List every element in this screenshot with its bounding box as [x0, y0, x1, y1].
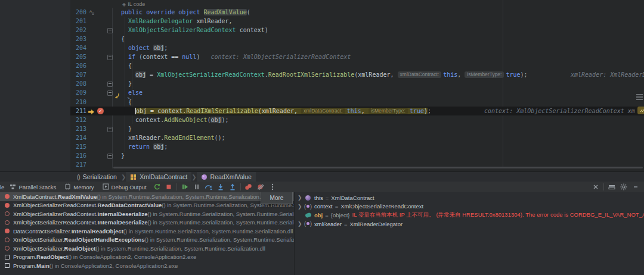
stack-frame[interactable]: XmlDataContract.ReadXmlValue() in System… [0, 192, 294, 201]
tab-memory[interactable]: Memory [60, 182, 98, 192]
il-code-lens[interactable]: ◈IL code [122, 0, 145, 8]
stack-frame[interactable]: XmlObjectSerializer.ReadObject() in Syst… [0, 244, 294, 253]
variable-row[interactable]: obj={object}IL 变量在当前本机 IP 上不可用。 (异常来自 HR… [295, 211, 644, 220]
line-number[interactable]: 206 [70, 61, 86, 70]
frame-text: XmlObjectSerializerReadContext.InternalD… [13, 211, 294, 217]
step-out-button[interactable] [227, 182, 239, 192]
hide-button[interactable] [630, 182, 642, 192]
code-line[interactable]: 200^ₒpublic override object ReadXmlValue… [70, 8, 644, 17]
code-line[interactable]: 211✓obj = context.ReadIXmlSerializable(x… [70, 107, 644, 115]
expand-chevron-icon[interactable]: ❯ [298, 204, 304, 210]
pause-button[interactable] [191, 182, 203, 192]
override-icon[interactable]: ^ₒ [89, 8, 94, 17]
layout-button[interactable] [606, 182, 618, 192]
code-line[interactable]: 203{ [70, 35, 644, 43]
line-number[interactable]: 204 [70, 43, 86, 52]
line-number[interactable]: 205 [70, 52, 86, 61]
fold-icon[interactable] [107, 82, 113, 87]
fold-icon[interactable] [107, 90, 113, 96]
line-number[interactable]: 208 [70, 79, 86, 88]
mute-breakpoints-button[interactable] [243, 182, 255, 192]
line-number[interactable]: 207 [70, 70, 86, 79]
line-number[interactable]: 200 [70, 8, 86, 17]
breadcrumb-label: ReadXmlValue [210, 173, 252, 180]
breadcrumb-item-readxmlvalue[interactable]: ReadXmlValue [197, 172, 256, 182]
frame-method: ReadObjectHandleExceptions [64, 236, 145, 243]
close-button[interactable] [590, 182, 602, 192]
line-number[interactable]: 213 [70, 124, 86, 133]
muted-breakpoint-button[interactable] [255, 182, 267, 192]
line-number[interactable]: 215 [70, 142, 86, 151]
line-number[interactable]: 216 [70, 151, 86, 160]
stack-frame[interactable]: XmlObjectSerializer.ReadObjectHandleExce… [0, 236, 294, 245]
rerun-button[interactable] [151, 182, 163, 192]
code-line[interactable]: 213} [70, 124, 644, 133]
code-line[interactable]: 205if (context == null)context: XmlObjec… [70, 52, 644, 61]
code-line[interactable]: 215return obj; [70, 142, 644, 151]
namespace-icon: () [77, 174, 80, 180]
line-number[interactable]: 203 [70, 35, 86, 43]
code-line[interactable]: 208} [70, 79, 644, 88]
breadcrumb-item-serialization[interactable]: ()Serialization [73, 172, 121, 182]
variable-row[interactable]: ❯this=XmlDataContract [295, 193, 644, 202]
fold-icon[interactable] [107, 55, 113, 60]
code-line[interactable]: 207obj = XmlObjectSerializerReadContext.… [70, 70, 644, 79]
code-line[interactable]: 201XmlReaderDelegator xmlReader, [70, 17, 644, 26]
code-text: XmlObjectSerializerReadContext context) [128, 26, 268, 35]
code-line[interactable]: 209↘else [70, 88, 644, 97]
variable-row[interactable]: ❯()context=XmlObjectSerializerReadContex… [295, 202, 644, 211]
tab-parallel-stacks[interactable]: Parallel Stacks [5, 182, 60, 192]
code-line[interactable]: 214xmlReader.ReadEndElement(); [70, 133, 644, 142]
code-editor[interactable]: ◈IL code 200^ₒpublic override object Rea… [70, 0, 644, 171]
memory-icon [64, 183, 71, 191]
fold-icon[interactable] [107, 154, 113, 159]
frame-location: () in System.Runtime.Serialization, Syst… [147, 211, 294, 217]
resume-button[interactable] [179, 182, 191, 192]
line-number[interactable]: 212 [70, 115, 86, 124]
line-number[interactable]: 202 [70, 26, 86, 35]
line-number[interactable]: 214 [70, 133, 86, 142]
code-token: , [229, 18, 233, 24]
line-number[interactable]: 201 [70, 17, 86, 26]
code-line[interactable]: 202XmlObjectSerializerReadContext contex… [70, 26, 644, 35]
expand-chevron-icon[interactable]: ❯ [298, 195, 304, 201]
line-number[interactable]: 209 [70, 88, 86, 97]
stack-frame[interactable]: XmlObjectSerializerReadContext.InternalD… [0, 210, 294, 218]
more-button[interactable]: More [261, 192, 293, 204]
stack-frame[interactable]: XmlObjectSerializerReadContext.ReadDataC… [0, 201, 294, 210]
breadcrumb-item-xmldatacontract[interactable]: XmlDataContract [126, 172, 191, 182]
code-token: obj [210, 117, 221, 123]
code-line[interactable]: 212context.AddNewObject(obj); [70, 115, 644, 124]
fold-icon[interactable] [107, 127, 113, 132]
variable-row[interactable]: ❯()xmlReader=XmlReaderDelegator [295, 220, 644, 229]
stack-frame[interactable]: XmlObjectSerializerReadContext.InternalD… [0, 218, 294, 227]
more-options-button[interactable] [267, 182, 278, 192]
namespace-icon: () [77, 174, 80, 180]
code-token: if [128, 54, 139, 60]
tab-console-clipped[interactable]: le [0, 182, 5, 192]
code-line[interactable]: 210{ [70, 98, 644, 107]
line-number[interactable]: 217 [70, 160, 86, 169]
equals-sign: = [344, 221, 348, 227]
line-number[interactable]: 210 [70, 98, 86, 107]
stack-frame[interactable]: Program.Main() in ConsoleApplication2, C… [0, 261, 294, 270]
line-number[interactable]: 211 [70, 107, 86, 115]
code-line[interactable]: 206{ [70, 61, 644, 70]
code-token: obj [153, 143, 164, 150]
stop-button[interactable] [163, 182, 175, 192]
code-line[interactable]: 216} [70, 151, 644, 160]
settings-button[interactable] [618, 182, 630, 192]
code-token: context [157, 108, 182, 114]
code-line[interactable]: 204object obj; [70, 43, 644, 52]
step-over-button[interactable] [203, 182, 215, 192]
breakpoint-icon[interactable]: ✓ [97, 108, 104, 114]
tab-debug-output[interactable]: Debug Output [98, 182, 151, 192]
fold-icon[interactable] [107, 28, 113, 33]
stack-frame[interactable]: DataContractSerializer.InternalReadObjec… [0, 227, 294, 236]
toolbar-separator [603, 183, 604, 190]
stack-frame[interactable]: Program.ReadObject() in ConsoleApplicati… [0, 253, 294, 262]
step-into-button[interactable] [215, 182, 227, 192]
code-text: } [121, 151, 125, 160]
expand-chevron-icon[interactable]: ❯ [298, 221, 304, 227]
horizontal-scrollbar[interactable] [113, 167, 643, 168]
